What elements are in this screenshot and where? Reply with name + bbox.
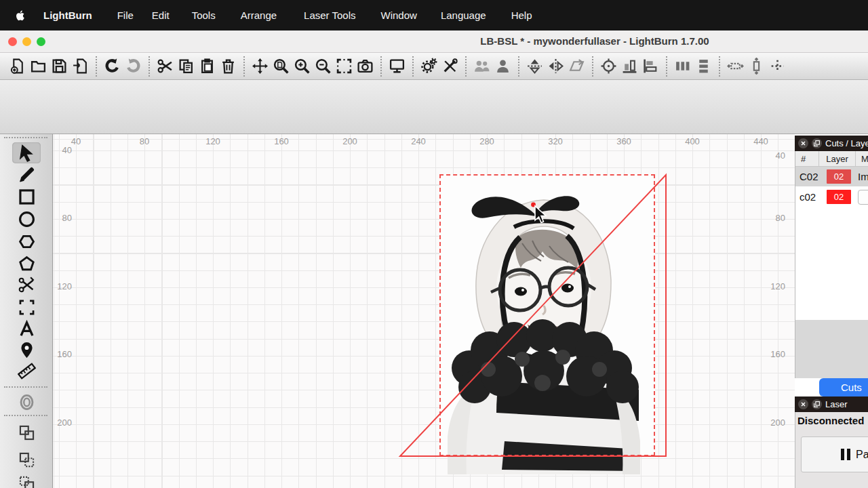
text-tool[interactable] (12, 319, 41, 340)
shear-button[interactable] (568, 57, 586, 75)
menu-edit[interactable]: Edit (152, 9, 170, 21)
distribute-horizontal-button[interactable] (673, 57, 692, 75)
pause-label: Pause (856, 449, 868, 461)
close-panel-button[interactable] (798, 399, 808, 409)
rectangle-tool[interactable] (12, 186, 41, 207)
cuts-layers-list: # Layer Mode C02 02 Image c02 02 (795, 151, 868, 320)
open-file-button[interactable] (29, 57, 47, 75)
ruler-top-tick: 200 (342, 137, 357, 146)
weld-tool[interactable] (12, 422, 41, 443)
grid-cross-button[interactable] (768, 57, 787, 75)
menu-help[interactable]: Help (511, 9, 532, 21)
letter-a-icon (18, 320, 36, 338)
shape-tool[interactable] (12, 253, 41, 274)
same-width-icon (727, 58, 744, 75)
align-left-button[interactable] (642, 57, 660, 75)
workspace-canvas[interactable]: 40 80 120 160 200 240 280 320 360 400 44… (53, 134, 795, 488)
redo-icon (125, 58, 142, 75)
layer-color-badge[interactable]: 02 (827, 169, 851, 184)
zoom-in-button[interactable] (293, 57, 311, 75)
distribute-vertical-button[interactable] (694, 57, 713, 75)
copy-button[interactable] (177, 57, 195, 75)
save-file-button[interactable] (50, 57, 68, 75)
align-bottom-button[interactable] (620, 57, 639, 75)
menu-file[interactable]: File (117, 9, 134, 21)
menu-window[interactable]: Window (381, 9, 417, 21)
toolbar-separator (592, 56, 593, 77)
ruler-right-tick: 40 (766, 151, 785, 161)
red-triangle-shape[interactable] (53, 134, 795, 488)
layer-color-badge[interactable]: 02 (827, 190, 851, 204)
toolbar-separator (719, 56, 720, 77)
layer-mode[interactable]: Image (858, 171, 868, 182)
cut-button[interactable] (156, 57, 174, 75)
user-icon (494, 58, 511, 75)
make-same-height-button[interactable] (747, 57, 766, 75)
flip-vertical-button[interactable] (526, 57, 544, 75)
minimize-window-button[interactable] (22, 37, 31, 46)
undo-button[interactable] (103, 57, 121, 75)
pan-view-button[interactable] (251, 57, 269, 75)
offset-shapes-tool[interactable] (12, 392, 41, 413)
menu-language[interactable]: Language (441, 9, 486, 21)
float-panel-button[interactable] (812, 399, 822, 409)
selection-bounding-box[interactable] (439, 174, 655, 456)
make-same-width-button[interactable] (726, 57, 745, 75)
boolean-intersect-tool[interactable] (12, 473, 41, 488)
polygon-tool[interactable] (12, 231, 41, 252)
snip-tool[interactable] (12, 274, 41, 296)
layer-row[interactable]: c02 02 (795, 186, 868, 207)
apple-menu[interactable] (15, 9, 27, 22)
menu-laser-tools[interactable]: Laser Tools (304, 9, 355, 21)
multi-user-button[interactable] (473, 57, 491, 75)
close-window-button[interactable] (8, 37, 17, 46)
undo-icon (104, 58, 121, 75)
edit-nodes-tool[interactable] (12, 297, 41, 318)
ruler-right-tick: 120 (766, 282, 785, 291)
hexagon-icon (18, 232, 36, 251)
delete-button[interactable] (219, 57, 237, 75)
new-file-button[interactable] (8, 57, 26, 75)
redo-button[interactable] (124, 57, 142, 75)
flip-horizontal-button[interactable] (547, 57, 565, 75)
settings-button[interactable] (420, 57, 438, 75)
offset-ring-icon (18, 393, 36, 411)
layer-mode-button[interactable] (858, 190, 868, 205)
ellipse-tool[interactable] (12, 209, 41, 230)
position-laser-button[interactable] (599, 57, 618, 75)
pause-icon (841, 449, 850, 460)
tab-cuts[interactable]: Cuts (819, 378, 868, 396)
menu-arrange[interactable]: Arrange (241, 9, 277, 21)
ruler-top-tick: 240 (411, 137, 426, 146)
ruler-top-tick: 360 (616, 137, 631, 146)
menu-tools[interactable]: Tools (192, 9, 216, 21)
zoom-window-button[interactable] (37, 37, 45, 46)
device-settings-button[interactable] (441, 57, 459, 75)
position-tool[interactable] (12, 340, 41, 361)
camera-capture-button[interactable] (356, 57, 374, 75)
paste-button[interactable] (198, 57, 216, 75)
float-panel-button[interactable] (812, 138, 822, 148)
import-file-button[interactable] (71, 57, 90, 75)
boolean-subtract-tool[interactable] (12, 449, 41, 470)
zoom-to-page-button[interactable] (272, 57, 290, 75)
laser-status: Disconnected (797, 415, 864, 426)
select-tool[interactable] (12, 142, 41, 163)
frame-selection-button[interactable] (335, 57, 353, 75)
menu-lightburn[interactable]: LightBurn (43, 9, 92, 21)
draw-lines-tool[interactable] (12, 164, 41, 185)
ruler-top-tick: 40 (71, 137, 81, 146)
ruler-left-tick: 40 (53, 146, 72, 155)
corner-brackets-icon (18, 298, 36, 317)
preview-button[interactable] (388, 57, 406, 75)
palette-separator (4, 137, 47, 138)
toolbar-separator (518, 56, 519, 77)
column-number: # (795, 151, 818, 166)
layer-row-selected[interactable]: C02 02 Image (795, 167, 868, 186)
measure-tool[interactable] (12, 361, 41, 382)
close-panel-button[interactable] (798, 138, 808, 148)
pause-button[interactable]: Pause (801, 436, 868, 472)
scissors-icon (157, 58, 174, 75)
zoom-out-button[interactable] (314, 57, 332, 75)
user-button[interactable] (494, 57, 512, 75)
